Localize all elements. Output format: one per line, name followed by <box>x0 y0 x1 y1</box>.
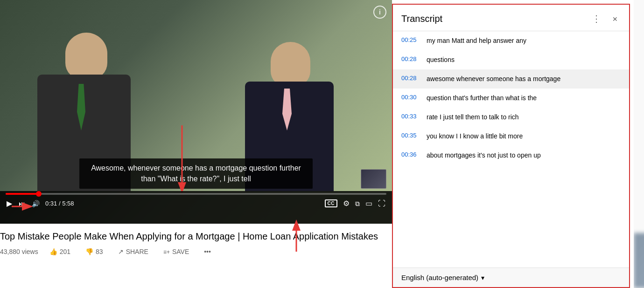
transcript-panel: Transcript 00:25my man Matt and help ans… <box>392 4 630 288</box>
transcript-footer: English (auto-generated) <box>393 267 629 287</box>
progress-fill <box>6 193 39 195</box>
main-content: i Awesome, whenever someone has a mortga… <box>0 0 644 288</box>
transcript-item-time: 00:36 <box>401 151 419 158</box>
controls-bar: 0:31 / 5:58 CC <box>0 191 392 224</box>
share-label: SHARE <box>126 248 148 255</box>
like-button[interactable]: 201 <box>46 246 74 257</box>
transcript-item-text: question that's further than what is the <box>427 93 537 103</box>
gear-icon <box>343 199 350 208</box>
like-count: 201 <box>60 248 70 255</box>
skip-button[interactable] <box>18 198 26 209</box>
corner-thumbnail[interactable] <box>361 169 386 189</box>
transcript-header: Transcript <box>393 5 629 31</box>
dislike-icon <box>85 248 93 255</box>
transcript-item-text: awesome whenever someone has a mortgage <box>427 74 560 84</box>
fullscreen-button[interactable] <box>377 198 386 209</box>
right-section <box>634 0 644 288</box>
transcript-body[interactable]: 00:25my man Matt and help answer any00:2… <box>393 31 629 267</box>
transcript-item-time: 00:33 <box>401 112 419 120</box>
cc-icon: CC <box>325 199 337 207</box>
play-icon <box>7 199 12 208</box>
dislike-count: 83 <box>96 248 103 255</box>
play-button[interactable] <box>6 198 13 209</box>
video-meta: 43,880 views 201 83 SHARE SAVE <box>0 246 392 257</box>
skip-icon <box>19 199 25 208</box>
cc-button[interactable]: CC <box>324 199 338 208</box>
transcript-item-text: questions <box>427 55 455 65</box>
volume-button[interactable] <box>31 198 41 209</box>
person-left-head <box>65 33 107 79</box>
three-dots-icon <box>592 13 601 24</box>
time-display: 0:31 / 5:58 <box>45 200 74 207</box>
language-selector[interactable]: English (auto-generated) <box>401 274 621 281</box>
share-button[interactable]: SHARE <box>114 246 152 257</box>
left-section: i Awesome, whenever someone has a mortga… <box>0 0 392 288</box>
views-count: 43,880 views <box>0 248 38 255</box>
miniplayer-icon <box>355 199 360 208</box>
transcript-item[interactable]: 00:30question that's further than what i… <box>393 89 629 108</box>
save-button[interactable]: SAVE <box>160 246 193 257</box>
info-icon[interactable]: i <box>373 6 386 19</box>
transcript-item[interactable]: 00:28questions <box>393 50 629 69</box>
theater-button[interactable] <box>364 198 373 209</box>
settings-button[interactable] <box>342 198 350 209</box>
transcript-item[interactable]: 00:28awesome whenever someone has a mort… <box>393 69 629 89</box>
more-button[interactable]: ••• <box>200 246 215 257</box>
more-icon: ••• <box>204 248 211 255</box>
subtitle-text: Awesome, whenever someone has a mortgage… <box>79 158 313 189</box>
transcript-item-time: 00:25 <box>401 36 419 43</box>
miniplayer-button[interactable] <box>354 198 361 209</box>
chevron-down-icon <box>481 274 484 281</box>
person-right-head <box>271 42 310 86</box>
transcript-item[interactable]: 00:35you know I I know a little bit more <box>393 127 629 146</box>
close-icon <box>612 14 618 24</box>
fullscreen-icon <box>378 199 385 208</box>
video-player[interactable]: i Awesome, whenever someone has a mortga… <box>0 0 392 224</box>
transcript-item-time: 00:28 <box>401 55 419 62</box>
transcript-item-text: rate I just tell them to talk to rich <box>427 112 519 122</box>
controls-row: 0:31 / 5:58 CC <box>6 198 386 209</box>
share-icon <box>118 248 124 255</box>
save-icon <box>163 248 170 255</box>
transcript-item[interactable]: 00:33rate I just tell them to talk to ri… <box>393 108 629 127</box>
transcript-item[interactable]: 00:25my man Matt and help answer any <box>393 31 629 50</box>
progress-dot <box>36 191 42 197</box>
transcript-item-time: 00:35 <box>401 131 419 139</box>
video-info: Top Mistake People Make When Applying fo… <box>0 224 392 257</box>
video-title: Top Mistake People Make When Applying fo… <box>0 230 392 242</box>
transcript-item-time: 00:28 <box>401 74 419 82</box>
video-background: i Awesome, whenever someone has a mortga… <box>0 0 392 224</box>
total-time: 5:58 <box>62 200 74 207</box>
like-icon <box>49 248 57 255</box>
transcript-item-text: about mortgages it's not just to open up <box>427 151 541 160</box>
language-label: English (auto-generated) <box>401 274 478 281</box>
dislike-button[interactable]: 83 <box>82 246 107 257</box>
transcript-more-button[interactable] <box>589 11 604 26</box>
blurred-thumbnail <box>634 233 644 288</box>
controls-right: CC <box>324 198 386 209</box>
transcript-item-text: my man Matt and help answer any <box>427 36 526 46</box>
transcript-header-icons <box>589 11 623 26</box>
progress-bar[interactable] <box>6 193 386 195</box>
theater-icon <box>365 199 372 208</box>
volume-icon <box>32 199 40 208</box>
transcript-item-time: 00:30 <box>401 93 419 101</box>
current-time: 0:31 <box>45 200 57 207</box>
transcript-title: Transcript <box>401 14 589 24</box>
save-label: SAVE <box>172 248 189 255</box>
transcript-item[interactable]: 00:36about mortgages it's not just to op… <box>393 146 629 165</box>
transcript-item-text: you know I I know a little bit more <box>427 131 523 141</box>
transcript-close-button[interactable] <box>608 11 623 26</box>
